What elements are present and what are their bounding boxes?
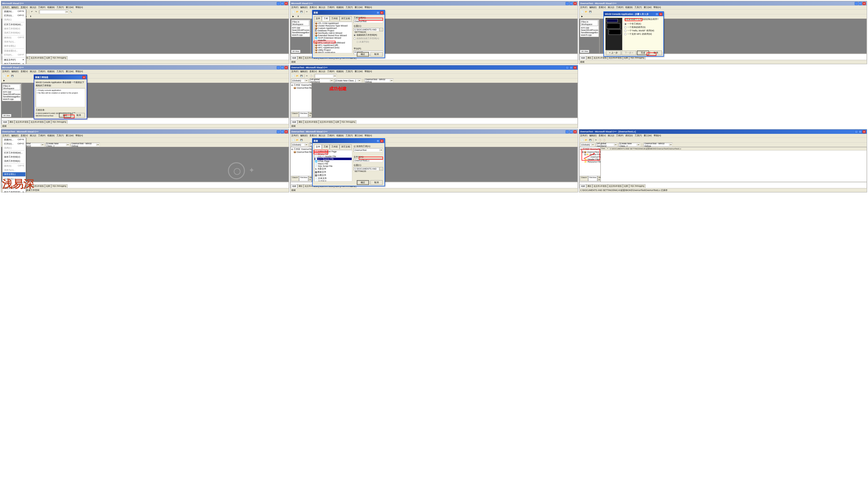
screenshot-8: OverrunTest - Microsoft Visual C++_□× 文件… xyxy=(290,129,578,192)
close[interactable]: × xyxy=(284,2,288,5)
file-menu: 新建(N)...Ctrl+N 打开(O)...Ctrl+O 关闭(C) 打开工作… xyxy=(2,9,26,64)
toolbar-2: ▶⏸🔧⬇➡⬆ xyxy=(1,14,289,19)
output-panel: 组建调试在文件1中查找在文件2中查找结果SQL Debugging xyxy=(1,54,289,60)
screenshot-3: OverrunTest - Microsoft Visual C++_□× 文件… xyxy=(579,1,867,64)
workspace-tree[interactable]: 🗂 工作区 'OverrunTest': 1 📦 OverrunTest fil… xyxy=(290,83,311,90)
menu-new[interactable]: 新建(N)...Ctrl+N xyxy=(3,9,26,13)
screenshot-7: OverrunTest - Microsoft Visual C++_□× 文件… xyxy=(1,129,289,192)
toolbar-1: 📄📂💾✂📋📋↶↷▾🔍 xyxy=(1,9,289,14)
max[interactable]: □ xyxy=(281,2,284,5)
menu-open[interactable]: 打开(O)...Ctrl+O xyxy=(3,13,26,18)
statusbar: 打开一个现有的文档 xyxy=(1,60,289,64)
screenshot-5: OverrunTest - Microsoft Visual C++_□× 文件… xyxy=(290,65,578,128)
titlebar: Microsoft Visual C++_□× xyxy=(1,1,289,6)
screenshot-4: Microsoft Visual C++_□× 文件(F)编辑(E)查看(V)插… xyxy=(1,65,289,128)
min[interactable]: _ xyxy=(277,2,280,5)
watermark: 浅易深 xyxy=(2,177,34,191)
empty-cell xyxy=(579,65,867,128)
menu-close[interactable]: 关闭(C) xyxy=(3,18,26,22)
screenshot-9: OverrunTest - Microsoft Visual C++ - [Ov… xyxy=(579,129,867,192)
workspace-tree[interactable]: 🗂 工作区 'OverrunTest': 1 ⊟📦 OverrunTest fi… xyxy=(579,147,600,163)
menubar: 文件(F)编辑(E)查看(V)插入(I)工程(P)组建(B)工具(T)窗口(W)… xyxy=(1,6,289,9)
screenshot-2: Microsoft Visual C++_□× 文件(F)编辑(E)查看(V)插… xyxy=(290,1,578,64)
screenshot-1: Microsoft Visual C++_□× 文件(F)编辑(E)查看(V)插… xyxy=(1,1,289,64)
